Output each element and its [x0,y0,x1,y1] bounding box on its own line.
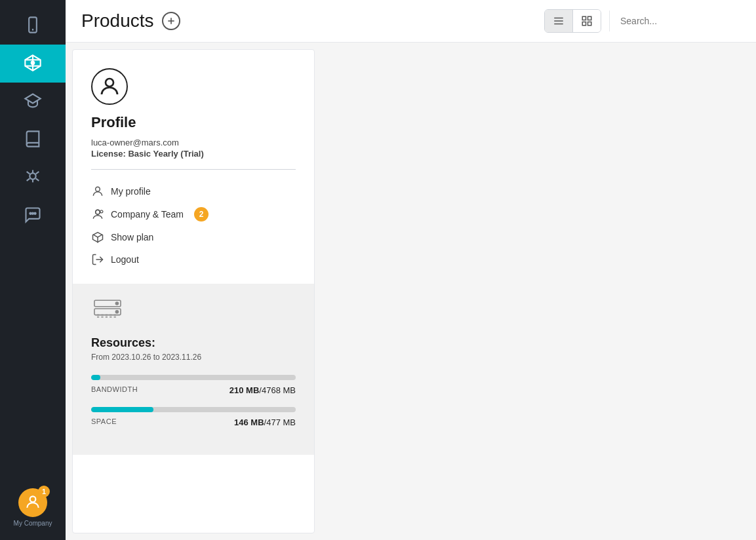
svg-point-8 [30,173,35,179]
profile-title: Profile [91,114,296,131]
space-bar-bg [91,407,296,412]
profile-avatar-icon [98,75,121,98]
menu-item-my-profile[interactable]: My profile [91,180,296,202]
space-label: SPACE [91,417,117,427]
company-team-badge: 2 [194,207,209,222]
resources-date: From 2023.10.26 to 2023.11.26 [91,353,296,362]
sidebar-item-chat[interactable] [0,197,66,235]
profile-email: luca-owner@mars.com [91,138,296,147]
list-view-button[interactable] [545,10,572,32]
company-label: My Company [14,520,52,527]
company-icon [91,208,104,221]
bandwidth-label: BANDWIDTH [91,385,138,395]
profile-top-section: Profile luca-owner@mars.com License: Bas… [73,50,314,284]
resources-section: Resources: From 2023.10.26 to 2023.11.26… [73,284,314,455]
main-content: Products [66,0,756,540]
svg-point-9 [30,213,31,214]
chat-icon [24,206,42,224]
svg-point-26 [100,210,103,213]
menu-label-company-team: Company & Team [111,209,184,220]
svg-rect-19 [588,16,591,20]
company-badge: 1 [38,486,50,497]
svg-point-34 [115,311,118,313]
company-item[interactable]: 1 My Company [0,482,66,533]
plan-icon [91,231,104,244]
content-area: Profile luca-owner@mars.com License: Bas… [66,43,756,540]
server-icon [91,298,124,324]
svg-rect-21 [588,22,591,26]
license-value: Basic Yearly (Trial) [128,149,203,159]
sidebar-item-learn[interactable] [0,83,66,121]
svg-marker-7 [25,94,40,104]
menu-label-show-plan: Show plan [111,232,153,242]
sidebar-item-phone[interactable] [0,7,66,45]
resources-title: Resources: [91,336,296,350]
sidebar-item-docs[interactable] [0,121,66,159]
grid-view-icon [581,15,593,27]
phone-icon [24,16,42,34]
sidebar-item-bugs[interactable] [0,159,66,197]
space-row: SPACE 146 MB/477 MB [91,407,296,427]
bandwidth-bar-fill [91,375,100,380]
sidebar-item-products[interactable] [0,45,66,83]
profile-divider [91,169,296,170]
bandwidth-bar-bg [91,375,296,380]
sidebar: 1 My Company [0,0,66,540]
user-icon [91,185,104,198]
svg-point-23 [96,187,100,191]
bandwidth-value: 210 MB/4768 MB [229,385,296,395]
svg-point-6 [31,62,35,65]
menu-item-show-plan[interactable]: Show plan [91,226,296,248]
svg-point-25 [96,210,100,214]
svg-point-33 [115,302,118,305]
profile-card: Profile luca-owner@mars.com License: Bas… [72,49,315,533]
avatar: 1 [18,488,47,517]
plus-icon [166,16,176,26]
space-value: 146 MB/477 MB [234,417,296,427]
bandwidth-row: BANDWIDTH 210 MB/4768 MB [91,375,296,395]
svg-point-10 [32,213,33,214]
svg-point-22 [106,79,113,87]
profile-avatar [91,68,128,105]
list-view-icon [553,15,565,27]
menu-label-my-profile: My profile [111,186,151,197]
menu-item-company-team[interactable]: Company & Team 2 [91,202,296,226]
avatar-icon [24,493,41,512]
view-toggle-group [544,9,601,33]
svg-point-12 [30,496,36,502]
book-icon [24,130,42,148]
graduation-icon [24,92,42,110]
menu-label-logout: Logout [111,254,139,265]
svg-rect-18 [582,16,586,20]
menu-item-logout[interactable]: Logout [91,248,296,271]
bug-icon [24,168,42,186]
profile-menu: My profile Company & Team 2 [91,180,296,271]
space-bar-fill [91,407,153,412]
profile-license: License: Basic Yearly (Trial) [91,149,296,159]
page-title: Products [81,10,154,31]
svg-rect-20 [582,22,586,26]
grid-view-button[interactable] [572,10,601,32]
logout-icon [91,253,104,266]
search-input[interactable] [609,10,740,31]
svg-point-11 [34,213,35,214]
add-product-button[interactable] [162,12,180,30]
header: Products [66,0,756,43]
cube-icon [24,54,42,72]
